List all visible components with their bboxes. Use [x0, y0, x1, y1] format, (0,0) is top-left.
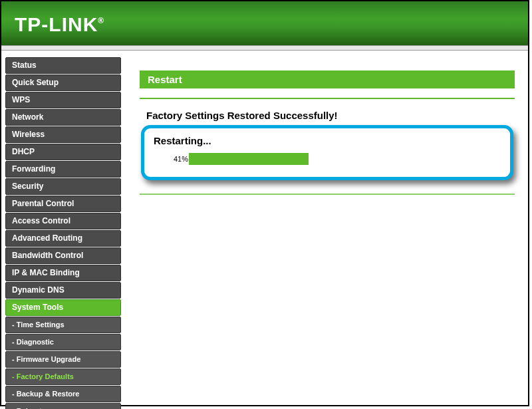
nav-forwarding[interactable]: Forwarding	[5, 161, 121, 178]
sub-factory-defaults[interactable]: - Factory Defaults	[5, 368, 121, 385]
sub-diagnostic[interactable]: - Diagnostic	[5, 334, 121, 350]
progress-fill	[189, 153, 309, 165]
nav-quick-setup[interactable]: Quick Setup	[5, 74, 121, 91]
progress-row: 41%	[154, 153, 501, 165]
nav-bandwidth-control[interactable]: Bandwidth Control	[5, 247, 121, 264]
nav-wps[interactable]: WPS	[5, 92, 121, 108]
brand-logo: TP-LINK®	[1, 1, 528, 36]
nav-access-control[interactable]: Access Control	[5, 213, 121, 229]
nav-status[interactable]: Status	[5, 57, 121, 74]
sub-firmware-upgrade[interactable]: - Firmware Upgrade	[5, 351, 121, 368]
progress-track	[189, 153, 481, 165]
nav-ip-mac-binding[interactable]: IP & MAC Binding	[5, 265, 121, 281]
restart-label: Restarting...	[154, 135, 501, 146]
nav-security[interactable]: Security	[5, 178, 121, 195]
nav-wireless[interactable]: Wireless	[5, 126, 121, 143]
brand-header: TP-LINK®	[1, 1, 528, 45]
header-divider	[1, 45, 528, 51]
nav-dhcp[interactable]: DHCP	[5, 144, 121, 160]
nav-system-tools[interactable]: System Tools	[5, 299, 121, 316]
sidebar: Status Quick Setup WPS Network Wireless …	[1, 51, 121, 405]
sub-time-settings[interactable]: - Time Settings	[5, 317, 121, 333]
main-content: Restart Factory Settings Restored Succes…	[121, 51, 528, 405]
success-message: Factory Settings Restored Successfully!	[140, 110, 515, 121]
nav-advanced-routing[interactable]: Advanced Routing	[5, 230, 121, 247]
nav-network[interactable]: Network	[5, 109, 121, 126]
nav-parental-control[interactable]: Parental Control	[5, 196, 121, 212]
restart-highlight: Restarting... 41%	[141, 125, 513, 180]
title-rule	[140, 98, 515, 99]
sub-reboot[interactable]: - Reboot	[5, 403, 121, 409]
bottom-rule	[140, 194, 515, 195]
sub-backup-restore[interactable]: - Backup & Restore	[5, 386, 121, 402]
nav-dynamic-dns[interactable]: Dynamic DNS	[5, 282, 121, 299]
page-title: Restart	[140, 70, 515, 88]
progress-percent: 41%	[170, 155, 188, 163]
